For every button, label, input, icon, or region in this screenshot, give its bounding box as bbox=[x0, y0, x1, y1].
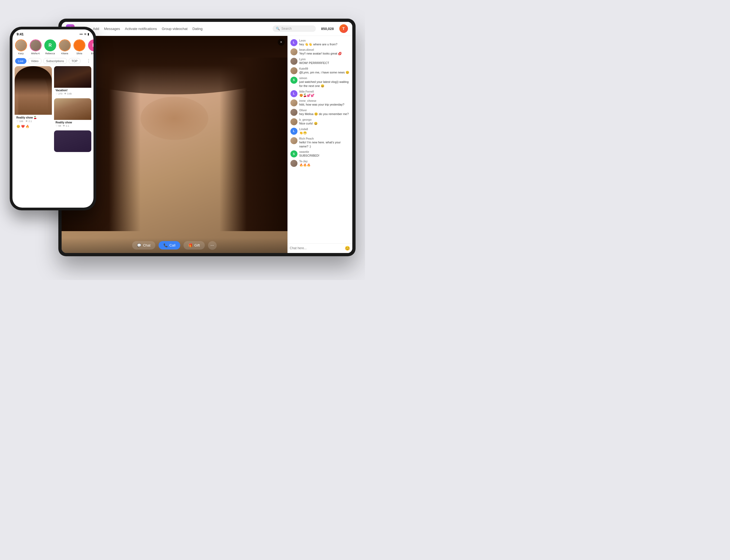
nav-notifications[interactable]: Activate notifications bbox=[125, 27, 157, 31]
story-item[interactable]: R Rebecca bbox=[44, 39, 56, 55]
story-item[interactable]: Misha K bbox=[30, 39, 42, 55]
chat-button[interactable]: 💬 Chat bbox=[132, 241, 155, 249]
message-text: Nice curls! 😄 bbox=[299, 122, 349, 126]
search-box[interactable]: 🔍 Search bbox=[272, 25, 316, 32]
nav-messages[interactable]: Messages bbox=[104, 27, 120, 31]
viewers-count: 👁 2.1 bbox=[25, 120, 32, 123]
user-avatar[interactable]: T bbox=[339, 24, 348, 33]
chat-input-area: 😊 bbox=[288, 243, 352, 253]
close-video-button[interactable]: × bbox=[278, 39, 285, 46]
video-card-small[interactable]: Reality show ♡ 68 👁 2.1 bbox=[54, 98, 91, 128]
tablet-device: Feed Add Messages Activate notifications… bbox=[58, 19, 355, 256]
call-icon: 📞 bbox=[163, 243, 168, 247]
small-card-meta: ♡ 270 👁 3.6k bbox=[54, 92, 91, 96]
video-controls: 💬 Chat 📞 Call 🎁 Gift ··· bbox=[62, 238, 287, 253]
message-username: irene_cheese bbox=[299, 99, 349, 102]
gift-button[interactable]: 🎁 Gift bbox=[183, 241, 204, 249]
chat-message: Oliver hey Melisa 😊 do you remember me? bbox=[290, 109, 349, 116]
tablet-screen: Feed Add Messages Activate notifications… bbox=[62, 22, 352, 253]
likes: ♡ 270 bbox=[56, 92, 63, 95]
message-text: hello! I'm new here. what's your name? :… bbox=[299, 140, 349, 149]
story-name: Silvia bbox=[76, 52, 82, 55]
message-text: hey Melisa 😊 do you remember me? bbox=[299, 112, 349, 116]
story-avatar-img: R bbox=[44, 39, 56, 51]
story-item[interactable]: Silvia bbox=[73, 39, 85, 55]
message-body: swantie SUBSCRIBED! bbox=[299, 150, 349, 158]
filter-subscriptions[interactable]: Subscriptions bbox=[43, 58, 67, 64]
message-username: bean.diesel bbox=[299, 48, 349, 51]
video-thumbnail-small bbox=[54, 98, 91, 120]
message-body: Lynn WOW! PERRRRFECT bbox=[299, 58, 349, 65]
story-item[interactable]: E Erica bbox=[88, 39, 93, 55]
phone-screen: 9:41 ▪▪▪ ≋ ▮ Kacy bbox=[12, 29, 93, 208]
story-item[interactable]: Kacy bbox=[15, 39, 27, 55]
chat-message: S swantie SUBSCRIBED! bbox=[290, 150, 349, 158]
message-text: WOW! PERRRRFECT bbox=[299, 61, 349, 65]
top-nav: Feed Add Messages Activate notifications… bbox=[80, 27, 267, 31]
call-button[interactable]: 📞 Call bbox=[159, 241, 180, 249]
message-avatar bbox=[290, 118, 297, 125]
more-options-button[interactable]: ··· bbox=[208, 241, 217, 250]
message-body: Kate89 @Lynn, pm me, i have some news 😊 bbox=[299, 67, 349, 75]
filter-top[interactable]: TOP bbox=[69, 58, 80, 64]
filter-more-button[interactable]: ⋮ bbox=[86, 58, 91, 63]
chat-message: irene_cheese hiiiii, how was your trip y… bbox=[290, 99, 349, 107]
message-username: Rich Peach bbox=[299, 137, 349, 140]
story-avatar-img: E bbox=[88, 39, 93, 51]
chat-message: bean.diesel Yey!! new avatar! looks grea… bbox=[290, 48, 349, 56]
filter-live[interactable]: Live bbox=[15, 58, 26, 64]
message-avatar: L bbox=[290, 39, 297, 46]
message-avatar: S bbox=[290, 77, 297, 84]
message-body: Leon hey 👋👋 where are u from? bbox=[299, 39, 349, 46]
tablet-topbar: Feed Add Messages Activate notifications… bbox=[62, 22, 352, 36]
message-username: simon bbox=[299, 77, 349, 80]
story-name: Misha K bbox=[31, 52, 40, 55]
story-avatar-img bbox=[16, 40, 26, 51]
nav-dating[interactable]: Dating bbox=[192, 27, 203, 31]
message-text: hey 👋👋 where are u from? bbox=[299, 42, 349, 46]
message-text: @Lynn, pm me, i have some news 😊 bbox=[299, 70, 349, 75]
message-avatar: L bbox=[290, 128, 297, 135]
nav-group-videochat[interactable]: Group videochat bbox=[162, 27, 187, 31]
chat-icon: 💬 bbox=[137, 243, 141, 247]
message-username: Leon bbox=[299, 39, 349, 42]
message-text: hiiiii, how was your trip yesterday? bbox=[299, 103, 349, 107]
signal-icon: ▪▪▪ bbox=[80, 32, 83, 36]
video-thumbnail-small bbox=[54, 66, 91, 88]
message-body: simon just watched your latest vlog)) wa… bbox=[299, 77, 349, 88]
story-name: Kacy bbox=[18, 52, 23, 55]
story-name: Erica bbox=[91, 52, 93, 55]
message-body: bean.diesel Yey!! new avatar! looks grea… bbox=[299, 48, 349, 56]
small-cards-column: Vacation! ♡ 270 👁 3.6k Reality show bbox=[54, 66, 91, 178]
chat-input[interactable] bbox=[290, 246, 343, 250]
emoji-button[interactable]: 😊 bbox=[345, 246, 350, 251]
message-username: Oliver bbox=[299, 109, 349, 112]
video-card-small[interactable] bbox=[54, 130, 91, 152]
story-avatar-img bbox=[74, 40, 85, 51]
message-text: 👏😁 bbox=[299, 131, 349, 135]
message-text: Yey!! new avatar! looks great 💋 bbox=[299, 52, 349, 56]
message-avatar bbox=[290, 160, 297, 167]
filter-video[interactable]: Video bbox=[28, 58, 42, 64]
message-text: 🔥🔥🔥 bbox=[299, 163, 349, 167]
small-card-meta: ♡ 68 👁 2.1 bbox=[54, 124, 91, 128]
story-item[interactable]: Kitana bbox=[59, 39, 71, 55]
story-avatar-img bbox=[59, 40, 70, 51]
message-text: 😍🍒💕💕 bbox=[299, 93, 349, 97]
story-avatar-img bbox=[30, 40, 41, 51]
message-body: Te-Jay 🔥🔥🔥 bbox=[299, 160, 349, 167]
chat-messages-list: L Leon hey 👋👋 where are u from? bean.die… bbox=[288, 36, 352, 243]
message-body: little Ferrell 😍🍒💕💕 bbox=[299, 90, 349, 97]
chat-message: Te-Jay 🔥🔥🔥 bbox=[290, 160, 349, 167]
video-card-small[interactable]: Vacation! ♡ 270 👁 3.6k bbox=[54, 66, 91, 96]
message-body: irene_cheese hiiiii, how was your trip y… bbox=[299, 99, 349, 107]
phone-status-bar: 9:41 ▪▪▪ ≋ ▮ bbox=[12, 29, 93, 37]
small-card-title: Vacation! bbox=[54, 88, 91, 92]
message-username: swantie bbox=[299, 150, 349, 153]
nav-add[interactable]: Add bbox=[93, 27, 99, 31]
tablet-main-content: × 💬 Chat 📞 Call 🎁 Gift bbox=[62, 36, 352, 253]
viewers: 👁 2.1 bbox=[63, 124, 69, 127]
likes: ♡ 68 bbox=[56, 124, 61, 127]
video-card-large[interactable]: Reality show 🍒 ♡ 166 👁 2.1 😊 ❤️ 🔥 bbox=[15, 66, 52, 205]
filter-tabs: Live Video Subscriptions TOP ⋮ bbox=[12, 57, 93, 66]
